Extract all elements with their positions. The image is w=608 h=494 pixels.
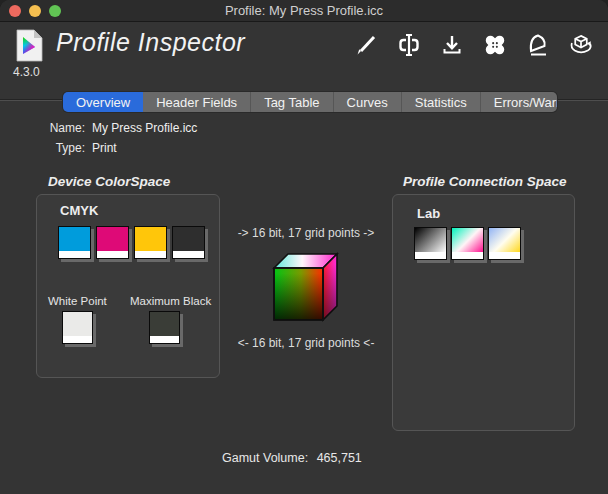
a-swatch <box>451 227 484 260</box>
tab-tag-table[interactable]: Tag Table <box>251 92 333 112</box>
pcs-title: Profile Connection Space <box>403 174 567 189</box>
download-icon[interactable] <box>439 31 465 59</box>
gamut-volume-label: Gamut Volume: <box>222 451 308 465</box>
gamut-volume: Gamut Volume: 465,751 <box>222 451 362 465</box>
type-value: Print <box>92 141 117 155</box>
gamut-volume-value: 465,751 <box>317 451 362 465</box>
app-window: Profile: My Press Profile.icc 4.3.0 Prof… <box>0 0 608 494</box>
b-swatch <box>488 227 521 260</box>
gamut-icon <box>525 32 551 58</box>
L-swatch <box>414 227 447 260</box>
lab-swatch-row <box>414 227 521 260</box>
name-value: My Press Profile.icc <box>92 121 197 135</box>
rgb-cube-graphic <box>271 250 341 326</box>
device-space-label: CMYK <box>60 203 98 218</box>
black-swatch <box>172 226 205 259</box>
device-colorspace-box <box>36 194 220 378</box>
tab-header-fields[interactable]: Header Fields <box>143 92 251 112</box>
window-title: Profile: My Press Profile.icc <box>0 3 608 18</box>
cyan-swatch <box>58 226 91 259</box>
pencil-icon[interactable] <box>353 31 379 59</box>
b2a-text: <- 16 bit, 17 grid points <- <box>226 336 386 350</box>
repair-icon[interactable] <box>482 31 508 59</box>
tab-errors-warnings[interactable]: Errors/Warnings <box>481 92 557 112</box>
cube-3d-icon <box>568 32 594 59</box>
repair-icon <box>482 31 508 59</box>
white-point-label: White Point <box>48 295 107 307</box>
cmyk-swatch-row <box>58 226 205 259</box>
close-button[interactable] <box>9 5 21 17</box>
a2b-text: -> 16 bit, 17 grid points -> <box>226 226 386 240</box>
yellow-swatch <box>134 226 167 259</box>
toolbar <box>353 31 594 59</box>
tab-overview[interactable]: Overview <box>63 92 143 112</box>
app-logo-icon <box>16 29 43 62</box>
zoom-button[interactable] <box>49 5 61 17</box>
pcs-space-label: Lab <box>417 206 440 221</box>
magenta-swatch <box>96 226 129 259</box>
device-colorspace-title: Device ColorSpace <box>48 174 170 189</box>
download-icon <box>440 33 464 57</box>
gamut-icon[interactable] <box>525 31 551 59</box>
maximum-black-label: Maximum Black <box>130 295 211 307</box>
white-point-swatch <box>62 311 93 344</box>
name-label: Name: <box>0 121 85 135</box>
tab-curves[interactable]: Curves <box>334 92 402 112</box>
type-label: Type: <box>0 141 85 155</box>
maximum-black-swatch <box>149 311 180 344</box>
title-bar: Profile: My Press Profile.icc <box>0 0 608 22</box>
app-version: 4.3.0 <box>13 65 40 79</box>
compare-icon <box>396 32 422 58</box>
cube-3d-icon[interactable] <box>568 31 594 59</box>
tab-bar: OverviewHeader FieldsTag TableCurvesStat… <box>63 92 557 112</box>
app-title: Profile Inspector <box>56 28 245 57</box>
tab-statistics[interactable]: Statistics <box>402 92 481 112</box>
minimize-button[interactable] <box>29 5 41 17</box>
pencil-icon <box>354 33 378 57</box>
compare-icon[interactable] <box>396 31 422 59</box>
